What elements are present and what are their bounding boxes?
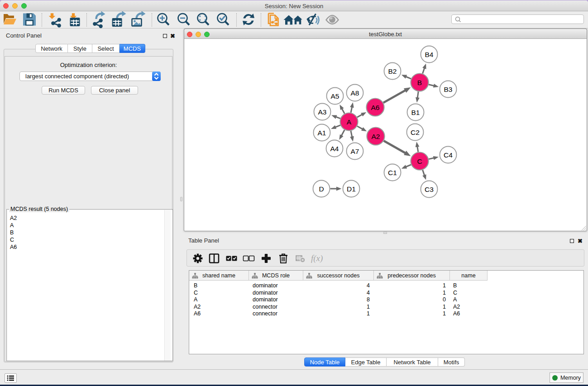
svg-text:D: D [319, 185, 324, 193]
svg-text:B2: B2 [388, 67, 397, 75]
svg-text:B4: B4 [425, 51, 434, 58]
svg-text:A: A [347, 118, 352, 126]
svg-text:A6: A6 [371, 104, 380, 111]
svg-text:A3: A3 [318, 108, 327, 116]
svg-text:B3: B3 [444, 86, 453, 93]
svg-text:D1: D1 [347, 185, 356, 193]
svg-text:B: B [417, 79, 422, 86]
svg-text:f(x): f(x) [311, 253, 323, 263]
svg-text:A8: A8 [351, 89, 359, 97]
svg-text:C3: C3 [425, 186, 434, 193]
svg-text:C2: C2 [411, 129, 420, 136]
svg-text:C4: C4 [444, 151, 453, 159]
svg-text:C: C [417, 157, 422, 165]
svg-text:A1: A1 [318, 129, 326, 137]
svg-text:B1: B1 [411, 109, 420, 116]
svg-text:A5: A5 [331, 92, 339, 100]
svg-text:C1: C1 [388, 169, 397, 176]
svg-text:A2: A2 [372, 133, 380, 140]
svg-text:A7: A7 [351, 148, 359, 155]
svg-text:A4: A4 [330, 145, 339, 152]
